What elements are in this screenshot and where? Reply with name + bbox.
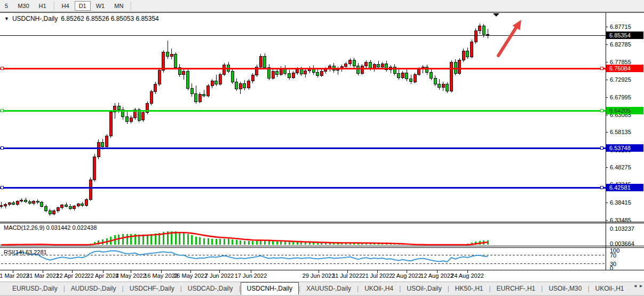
price-tick-label: 6.67995 — [610, 94, 631, 100]
price-tick-label: 6.77855 — [610, 59, 631, 65]
svg-text:6.53748: 6.53748 — [609, 145, 631, 151]
tab-usoil-m30[interactable]: USOil-,M30 — [543, 282, 587, 295]
top-triangle-marker-icon[interactable] — [493, 13, 499, 17]
price-tick-label: 6.38415 — [610, 199, 631, 206]
tab-ukoil-h1[interactable]: UKOil-,H1 — [590, 282, 630, 295]
chart-canvas[interactable]: 6.877156.827856.778556.729256.679956.630… — [0, 0, 644, 282]
tab-scroll-right-icon[interactable]: ▸ — [640, 283, 642, 289]
rsi-line — [13, 251, 488, 262]
tab-usdchf-daily[interactable]: USDCHF-,Daily — [124, 282, 180, 295]
date-tick-label: 24 Aug 2022 — [451, 272, 484, 279]
date-tick-label: 7 Jun 2022 — [205, 272, 234, 279]
macd-axis-label: 0.103237 — [610, 225, 634, 232]
date-tick-label: 21 Jul 2022 — [362, 272, 393, 279]
date-tick-label: 4 May 2022 — [115, 272, 146, 279]
macd-histogram — [1, 231, 489, 245]
tab-scroll-left-icon[interactable]: ◂ — [634, 283, 637, 289]
date-tick-label: 11 Jul 2022 — [332, 272, 362, 279]
price-tick-label: 6.58135 — [610, 129, 631, 135]
tab-usoil-daily[interactable]: USOil-,Daily — [401, 282, 447, 295]
tab-audusd-daily[interactable]: AUDUSD-,Daily — [65, 282, 122, 295]
svg-text:6.64205: 6.64205 — [609, 107, 631, 114]
price-tick-label: 6.72925 — [610, 76, 631, 83]
tab-usdcad-daily[interactable]: USDCAD-,Daily — [182, 282, 239, 295]
date-tick-label: 26 May 2022 — [173, 272, 208, 279]
rsi-axis-label: 70 — [610, 252, 616, 259]
price-line-box-6-53748: 6.53748 — [606, 144, 643, 152]
tab-xauusd-daily[interactable]: XAUUSD-,Daily — [300, 282, 357, 295]
date-tick-label: 21 Mar 2022 — [0, 272, 29, 279]
price-line-box-6-64205: 6.64205 — [606, 107, 643, 114]
tab-ukoil-h4[interactable]: UKOil-,H4 — [359, 282, 399, 295]
rsi-axis-label: 0 — [610, 265, 613, 271]
price-tick-label: 6.33485 — [610, 217, 631, 223]
price-line-box-6-76084: 6.76084 — [606, 65, 643, 72]
tab-eurchf-h1[interactable]: EURCHF-,H1 — [491, 282, 542, 295]
date-tick-label: 12 Apr 2022 — [56, 272, 88, 279]
date-tick-label: 12 Aug 2022 — [420, 272, 454, 279]
date-tick-label: 31 Mar 2022 — [26, 272, 59, 279]
svg-text:6.85354: 6.85354 — [609, 32, 631, 38]
tab-scrollers: ◂ ▸ — [634, 283, 642, 289]
svg-text:6.42581: 6.42581 — [609, 184, 631, 191]
date-tick-label: 2 Aug 2022 — [392, 272, 422, 279]
tab-hk50-h1[interactable]: HK50-,H1 — [449, 282, 489, 295]
rsi-level-lines — [1, 255, 606, 264]
price-line-box-6-85354: 6.85354 — [606, 32, 643, 39]
macd-axis-label: 0.003664 — [610, 240, 634, 247]
chart-tab-bar: EURUSD-,Daily|AUDUSD-,Daily|USDCHF-,Dail… — [0, 282, 644, 296]
date-axis: 21 Mar 202231 Mar 202212 Apr 202222 Apr … — [0, 270, 484, 279]
mt4-chart-window: 5M30H1H4D1W1MN ▼ USDCNH-,Daily 6.85262 6… — [0, 0, 644, 296]
tab-eurusd-daily[interactable]: EURUSD-,Daily — [6, 282, 63, 295]
price-tick-label: 6.82785 — [610, 41, 631, 48]
pane-borders — [0, 13, 644, 271]
price-tick-label: 6.87715 — [610, 24, 631, 30]
date-tick-label: 22 Apr 2022 — [87, 272, 118, 279]
price-line-box-6-42581: 6.42581 — [606, 184, 643, 191]
svg-text:6.76084: 6.76084 — [609, 65, 631, 72]
price-tick-label: 6.48275 — [610, 164, 631, 170]
date-tick-label: 29 Jun 2022 — [303, 272, 335, 279]
horizontal-lines[interactable] — [0, 67, 606, 189]
tab-usdcnh-daily[interactable]: USDCNH-,Daily — [241, 282, 299, 295]
date-tick-label: 17 Jun 2022 — [235, 272, 267, 279]
price-axis: 6.877156.827856.778556.729256.679956.630… — [606, 24, 643, 223]
trend-arrow-annotation[interactable] — [498, 20, 521, 56]
